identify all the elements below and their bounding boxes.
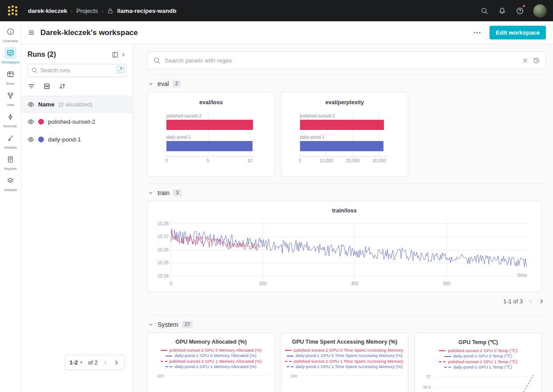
svg-text:10.34: 10.34 [158, 274, 169, 278]
legend-line-icon [287, 366, 293, 367]
sidebar-item-sweeps[interactable]: Sweeps [0, 132, 21, 149]
sidebar-item-automations[interactable]: Automat. [0, 111, 21, 128]
sidebar-item-label: Automat. [3, 124, 17, 128]
legend-line-icon [444, 356, 451, 357]
breadcrumb-user[interactable]: darek-kleczek [28, 8, 67, 14]
page-size-dropdown[interactable]: 1-2 [70, 359, 84, 366]
bar-group: daily-pond-1 [166, 135, 255, 151]
legend-label: polished-sunset-2 GPU 0 Memory Allocated… [170, 348, 262, 353]
artifacts-icon [4, 175, 16, 187]
bar [166, 141, 253, 151]
edit-workspace-button[interactable]: Edit workspace [490, 26, 546, 39]
pagination-label: 1-1 of 3 [503, 298, 523, 305]
clear-search-icon[interactable] [522, 57, 529, 64]
breadcrumb-separator: › [71, 8, 73, 14]
eye-icon[interactable] [28, 136, 34, 143]
sidebar-item-label: Overview [3, 39, 18, 43]
eye-icon[interactable] [28, 118, 34, 125]
search-icon [153, 57, 161, 64]
search-runs-input[interactable] [28, 64, 126, 77]
panel-card-eval-loss[interactable]: eval/loss polished-sunset-2daily-pond-10… [147, 92, 275, 176]
bar-series-label: polished-sunset-2 [300, 114, 388, 118]
section-count-badge: 3 [173, 189, 181, 196]
run-row-polished-sunset-2[interactable]: polished-sunset-2 [21, 113, 133, 130]
breadcrumb-project[interactable]: llama-recipes-wandb [117, 8, 177, 14]
hamburger-menu-icon[interactable] [28, 29, 35, 36]
panel-card-gpu-temp[interactable]: GPU Temp (℃) polished-sunset-2 GPU 0 Tem… [415, 333, 542, 392]
left-rail: Overview Workspace Runs Jobs Automat. Sw… [0, 21, 21, 392]
panel-title: GPU Time Spent Accessing Memory (%) [281, 339, 408, 345]
sidebar-item-runs[interactable]: Runs [0, 68, 21, 86]
sidebar-item-jobs[interactable]: Jobs [0, 90, 21, 107]
x-axis: 010,00020,00030,000 [300, 156, 388, 164]
chevron-down-icon [147, 321, 154, 328]
run-name: polished-sunset-2 [48, 118, 95, 125]
bar [300, 120, 384, 130]
eye-icon[interactable] [28, 101, 34, 108]
svg-text:Step: Step [517, 272, 527, 278]
legend-label: daily-pond-1 GPU 0 Time Spent Accessing … [296, 353, 403, 358]
chart-plot-area: 100 [281, 373, 408, 392]
chart-plot-area: 100 [148, 373, 274, 392]
legend-item: daily-pond-1 GPU 1 Memory Allocated (%) [166, 364, 257, 369]
section-count-badge: 27 [182, 321, 193, 328]
legend-item: polished-sunset-2 GPU 0 Temp (℃) [439, 348, 517, 353]
panel-title: eval/loss [148, 99, 274, 106]
notifications-bell-icon[interactable] [494, 3, 510, 19]
sidebar-item-workspace[interactable]: Workspace [0, 47, 21, 64]
panel-card-train-loss[interactable]: train/loss 020040060010.3410.3510.3610.3… [147, 201, 541, 292]
run-row-daily-pond-1[interactable]: daily-pond-1 [21, 130, 133, 148]
sidebar-item-overview[interactable]: Overview [0, 26, 21, 43]
legend-item: daily-pond-1 GPU 1 Temp (℃) [444, 365, 512, 369]
panel-card-gpu-memory-allocated[interactable]: GPU Memory Allocated (%) polished-sunset… [147, 333, 275, 392]
bar-groups: polished-sunset-2daily-pond-1 [166, 114, 255, 151]
breadcrumb-projects[interactable]: Projects [76, 8, 98, 14]
panel-title: train/loss [155, 208, 534, 214]
line-chart-svg: 020040060010.3410.3510.3610.3710.38Step [155, 216, 535, 286]
svg-text:10.36: 10.36 [158, 247, 169, 252]
prev-page-button[interactable] [102, 359, 109, 366]
y-axis-tick: 36.5 [418, 384, 431, 389]
legend-label: daily-pond-1 GPU 1 Memory Allocated (%) [174, 364, 257, 369]
group-icon[interactable] [43, 82, 51, 90]
chart-legend: polished-sunset-2 GPU 0 Temp (℃)daily-po… [415, 348, 541, 369]
runs-count-title: Runs (2) [28, 51, 56, 59]
help-icon[interactable] [512, 3, 528, 19]
section-train: train 3 train/loss 020040060010.3410.351… [147, 184, 546, 315]
wandb-logo[interactable] [8, 6, 17, 16]
legend-label: daily-pond-1 GPU 1 Temp (℃) [453, 365, 512, 369]
filter-icon[interactable] [28, 82, 35, 90]
section-eval: eval 2 eval/loss polished-sunset-2daily-… [147, 74, 546, 184]
sidebar-item-artifacts[interactable]: Artifacts [0, 175, 21, 192]
search-panels-input[interactable] [165, 57, 518, 64]
legend-label: polished-sunset-2 GPU 1 Temp (℃) [448, 359, 517, 364]
legend-label: daily-pond-1 GPU 0 Memory Allocated (%) [174, 353, 257, 358]
section-header-system[interactable]: System 27 [147, 321, 193, 328]
section-header-eval[interactable]: eval 2 [147, 80, 181, 87]
history-icon[interactable] [533, 57, 540, 64]
legend-label: daily-pond-1 GPU 0 Temp (℃) [453, 353, 512, 358]
sidebar-item-reports[interactable]: Reports [0, 153, 21, 171]
overflow-menu-button[interactable] [471, 29, 483, 36]
panel-search-bar [147, 51, 546, 69]
regex-toggle-button[interactable]: .* [117, 66, 124, 73]
search-icon[interactable] [476, 3, 492, 19]
sidebar-item-label: Artifacts [4, 188, 17, 192]
panel-card-eval-perplexity[interactable]: eval/perplexity polished-sunset-2daily-p… [281, 92, 408, 176]
avatar[interactable] [533, 4, 547, 18]
panel-title: eval/perplexity [281, 99, 408, 106]
next-page-button[interactable] [113, 359, 120, 366]
column-header-name[interactable]: Name [38, 101, 55, 108]
panel-card-gpu-time-accessing-memory[interactable]: GPU Time Spent Accessing Memory (%) poli… [281, 333, 408, 392]
prev-page-button[interactable] [527, 298, 534, 305]
legend-item: daily-pond-1 GPU 1 Time Spent Accessing … [287, 364, 403, 369]
next-page-button[interactable] [538, 298, 545, 305]
section-header-train[interactable]: train 3 [147, 189, 182, 196]
legend-line-icon [444, 367, 451, 368]
info-icon [4, 26, 16, 38]
y-axis-tick: 100 [150, 373, 164, 378]
expand-runs-table-icon[interactable] [112, 51, 126, 59]
runs-toolbar [28, 82, 126, 90]
legend-line-icon [166, 356, 172, 357]
sort-icon[interactable] [59, 82, 66, 90]
